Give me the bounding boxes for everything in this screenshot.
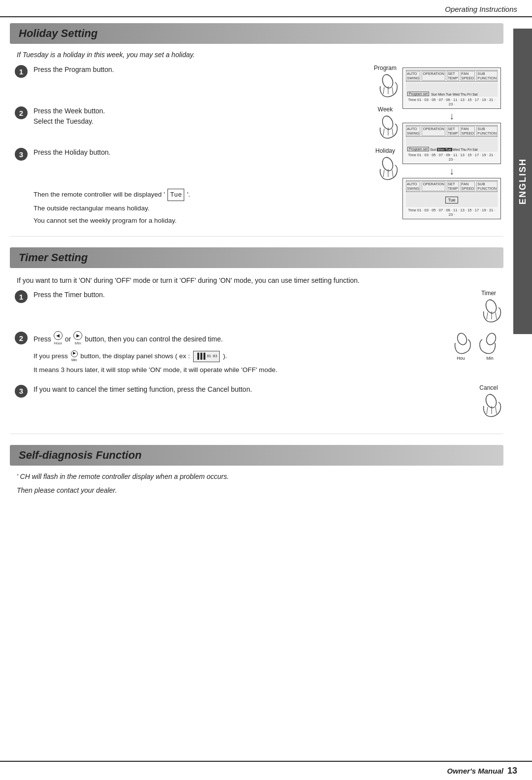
page-header: Operating Instructions <box>0 0 532 17</box>
header-title: Operating Instructions <box>445 5 517 13</box>
timer-step-number-1: 1 <box>15 290 28 303</box>
svg-line-19 <box>487 407 488 414</box>
holiday-subnote-1: Then the remote controller will be displ… <box>33 189 400 201</box>
svg-line-21 <box>496 407 497 414</box>
arrow-down-2: ↓ <box>449 166 454 176</box>
holiday-section: Holiday Setting If Tuesday is a holiday … <box>10 17 503 233</box>
svg-point-0 <box>381 73 395 89</box>
svg-line-7 <box>392 129 393 136</box>
timer-step-number-2: 2 <box>15 332 28 344</box>
timer-step-number-3: 3 <box>15 385 28 398</box>
step-number-1: 1 <box>15 65 28 78</box>
holiday-step-3-illustration: Holiday <box>370 147 400 182</box>
holiday-section-title: Holiday Setting <box>19 27 495 40</box>
holiday-steps: 1 Press the Program button. Program <box>10 65 400 228</box>
timer-step-1: 1 Press the Timer button. Timer <box>15 290 503 324</box>
holiday-step-2-text: Press the Week button. Select the Tuesda… <box>33 106 364 127</box>
page-footer: Owner's Manual 13 <box>0 761 532 780</box>
holiday-hand-icon <box>370 155 400 182</box>
tue-box: Tue <box>167 189 184 201</box>
holiday-step-1-illustration: Program <box>370 65 400 99</box>
week-hand-icon <box>370 114 400 140</box>
holiday-panel-1: AUTO SWING OPERATION SET TEMP FAN SPEED … <box>402 68 501 109</box>
timer-step-3-illustration: Cancel <box>474 384 503 419</box>
svg-line-9 <box>383 170 384 177</box>
section-divider-2 <box>10 434 503 434</box>
timer-step-2: 2 Press ◀ Hour or ▶ Min button, then you <box>15 331 503 377</box>
holiday-step-1-text: Press the Program button. <box>33 65 364 75</box>
svg-line-5 <box>383 129 384 136</box>
cancel-hand-icon <box>474 392 503 419</box>
timer-step-3: 3 If you want to cancel the timer settin… <box>15 384 503 419</box>
svg-line-1 <box>383 87 384 94</box>
footer-page-number: 13 <box>507 766 517 776</box>
svg-point-8 <box>381 156 395 172</box>
holiday-step-1: 1 Press the Program button. Program <box>15 65 400 99</box>
step-number-2: 2 <box>15 106 28 119</box>
timer-step-1-text: Press the Timer button. <box>33 290 467 300</box>
language-sidebar: ENGLISH <box>513 29 532 334</box>
section-divider-1 <box>10 236 503 237</box>
holiday-display-panels: AUTO SWING OPERATION SET TEMP FAN SPEED … <box>400 65 503 228</box>
timer-step-2-illustration: Hou Min <box>447 331 503 361</box>
svg-line-11 <box>392 170 393 177</box>
timer-step-2-content: Press ◀ Hour or ▶ Min button, then you c… <box>33 331 442 377</box>
holiday-step-2-illustration: Week <box>370 106 400 140</box>
selfdiag-note-2: Then please contact your dealer. <box>17 486 503 494</box>
holiday-section-header: Holiday Setting <box>10 23 503 44</box>
display-example: ▐▐▐ 01·03 <box>193 351 220 362</box>
svg-line-13 <box>487 312 488 319</box>
min-right-illustration: Min <box>476 331 503 361</box>
holiday-step-2: 2 Press the Week button. Select the Tues… <box>15 106 400 140</box>
svg-point-18 <box>484 393 498 409</box>
min-small-button: ▶ Min <box>71 350 78 363</box>
holiday-panel-3: AUTO SWING OPERATION SET TEMP FAN SPEED … <box>402 178 501 219</box>
timer-hand-icon <box>474 298 503 324</box>
svg-point-12 <box>484 299 498 315</box>
program-hand-icon <box>370 72 400 99</box>
min-button: ▶ Min <box>73 331 82 347</box>
timer-step-2-subnote-1: If you press ▶ Min button, the display p… <box>33 350 442 363</box>
svg-line-15 <box>496 312 497 319</box>
hour-hand-icon <box>447 331 474 356</box>
footer-text: Owner's Manual <box>447 767 503 775</box>
selfdiag-section-title: Self-diagnosis Function <box>19 449 495 462</box>
timer-step-2-subnote-2: It means 3 hours later, it will stop whi… <box>33 365 442 375</box>
holiday-step-3-text: Press the Holiday button. <box>33 147 364 158</box>
timer-intro: If you want to turn it 'ON' during 'OFF'… <box>17 275 503 286</box>
holiday-step-3: 3 Press the Holiday button. Holiday <box>15 147 400 182</box>
holiday-content: 1 Press the Program button. Program <box>10 65 503 228</box>
arrow-down-1: ↓ <box>449 111 454 121</box>
svg-point-16 <box>456 332 468 346</box>
timer-step-3-text: If you want to cancel the timer setting … <box>33 384 467 395</box>
selfdiagnosis-section: Self-diagnosis Function ' CH will flash … <box>10 439 503 510</box>
holiday-panel-2: AUTO SWING OPERATION SET TEMP FAN SPEED … <box>402 123 501 164</box>
selfdiag-section-header: Self-diagnosis Function <box>10 445 503 466</box>
timer-step-1-illustration: Timer <box>474 290 503 324</box>
min-hand-icon <box>476 331 503 356</box>
holiday-subnote-2: The outside rectangular means holiday. <box>33 203 400 214</box>
hour-right-illustration: Hou <box>447 331 474 361</box>
timer-step-2-main: Press ◀ Hour or ▶ Min button, then you c… <box>33 331 442 347</box>
step-number-3: 3 <box>15 148 28 161</box>
selfdiag-note-1: ' CH will flash in the remote controller… <box>17 473 503 480</box>
holiday-intro-note: If Tuesday is a holiday in this week, yo… <box>17 51 503 59</box>
holiday-subnote-3: You cannot set the weekly program for a … <box>33 215 400 226</box>
timer-section-title: Timer Setting <box>19 251 495 264</box>
svg-line-3 <box>392 87 393 94</box>
hour-button: ◀ Hour <box>54 331 63 347</box>
svg-point-4 <box>381 114 395 131</box>
main-content: Holiday Setting If Tuesday is a holiday … <box>0 17 513 510</box>
timer-section-header: Timer Setting <box>10 247 503 268</box>
timer-section: Timer Setting If you want to turn it 'ON… <box>10 241 503 431</box>
